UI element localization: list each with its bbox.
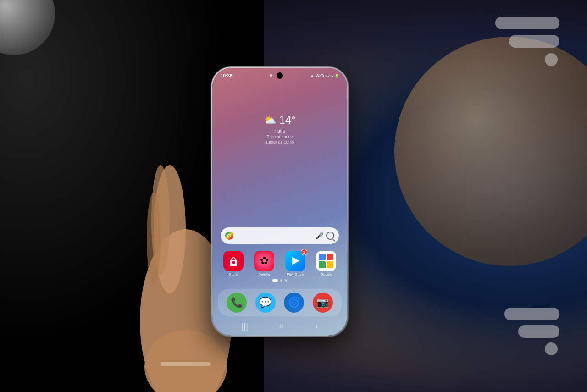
- mic-icon[interactable]: 🎤: [315, 232, 323, 240]
- dock-messages-icon[interactable]: 💬: [255, 293, 276, 313]
- battery-icon: 🔋: [334, 74, 339, 78]
- msg-icon-symbol: 💬: [259, 297, 271, 309]
- dock-camera-icon[interactable]: 📷: [313, 293, 333, 313]
- phone-icon-symbol: 📞: [231, 297, 243, 309]
- google-grid: [316, 251, 336, 271]
- phone-body: 10:38 ⚙ ▲ WiFi 62% 🔋 ⛅ 14°: [212, 68, 347, 336]
- dot-active: [280, 279, 282, 282]
- dock-samsung-icon[interactable]: 🌀: [284, 293, 304, 313]
- g-dot-yellow: [327, 261, 333, 268]
- weather-city: Paris: [264, 128, 295, 133]
- store-icon[interactable]: [223, 251, 244, 271]
- phone-screen: 10:38 ⚙ ▲ WiFi 62% 🔋 ⛅ 14°: [212, 68, 347, 336]
- status-time: 10:38: [221, 73, 233, 78]
- playstore-badge: 1: [301, 249, 307, 255]
- google-icon[interactable]: [316, 251, 336, 271]
- playstore-label: Play Store: [287, 272, 304, 276]
- nav-bar: ||| ○ ‹: [212, 321, 347, 331]
- svg-point-3: [147, 193, 161, 284]
- phone-frame: 10:38 ⚙ ▲ WiFi 62% 🔋 ⛅ 14°: [211, 66, 349, 337]
- deco-bar-1: [495, 17, 559, 29]
- deco-bar-2: [509, 35, 559, 48]
- app-row-1: Store ✿ Galerie: [218, 251, 342, 276]
- lens-icon[interactable]: [326, 232, 334, 240]
- camera-icon-symbol: 📷: [316, 297, 329, 309]
- dock-phone-icon[interactable]: 📞: [227, 293, 247, 313]
- app-grid: Store ✿ Galerie: [218, 251, 342, 285]
- deco-bar-b2: [518, 325, 559, 338]
- dot-inactive-left: [272, 279, 278, 282]
- svg-rect-7: [232, 261, 235, 264]
- phone: 10:38 ⚙ ▲ WiFi 62% 🔋 ⛅ 14°: [211, 66, 349, 337]
- weather-description2: autour de 10:45: [264, 140, 295, 145]
- home-icon[interactable]: ○: [279, 321, 284, 331]
- deco-circle-bottom: [545, 342, 558, 355]
- page-dots: [218, 279, 342, 282]
- ui-decoration-bottom: [504, 308, 559, 355]
- search-bar[interactable]: G 🎤: [221, 227, 339, 244]
- deco-circle-top: [545, 53, 558, 66]
- play-triangle: [292, 257, 299, 265]
- store-icon-svg: [227, 254, 240, 267]
- galerie-label: Galerie: [258, 272, 270, 276]
- recent-apps-icon[interactable]: |||: [242, 321, 248, 331]
- deco-bar-b1: [504, 308, 559, 320]
- camera-hole: [277, 72, 283, 79]
- galerie-icon[interactable]: ✿: [254, 251, 274, 271]
- google-logo: G: [225, 232, 233, 240]
- status-icons-left: ⚙: [268, 72, 274, 79]
- app-playstore[interactable]: 1 Play Store: [282, 251, 309, 276]
- svg-rect-5: [161, 362, 211, 366]
- g-dot-blue: [319, 254, 326, 260]
- weather-description: Pluie attendue: [264, 134, 295, 140]
- signal-icon: ▲: [310, 73, 314, 78]
- dock: 📞 💬 🌀 📷: [218, 289, 342, 316]
- app-galerie[interactable]: ✿ Galerie: [251, 251, 277, 276]
- wifi-icon: WiFi: [316, 73, 324, 78]
- battery-text: 62%: [326, 74, 333, 78]
- weather-temp: 14°: [279, 114, 295, 127]
- dot-inactive-right: [285, 279, 287, 282]
- google-label: Google: [320, 272, 332, 276]
- app-google[interactable]: Google: [313, 251, 339, 276]
- status-icons-right: ▲ WiFi 62% 🔋: [310, 73, 339, 78]
- g-dot-red: [327, 254, 333, 260]
- ui-decoration-top: [495, 17, 559, 66]
- back-icon[interactable]: ‹: [315, 321, 318, 331]
- g-dot-green: [319, 261, 326, 268]
- weather-widget: ⛅ 14° Paris Pluie attendue autour de 10:…: [264, 114, 295, 145]
- store-label: Store: [229, 272, 238, 276]
- app-store[interactable]: Store: [220, 251, 247, 276]
- samsung-icon-symbol: 🌀: [288, 297, 300, 309]
- weather-cloud-icon: ⛅: [264, 114, 276, 126]
